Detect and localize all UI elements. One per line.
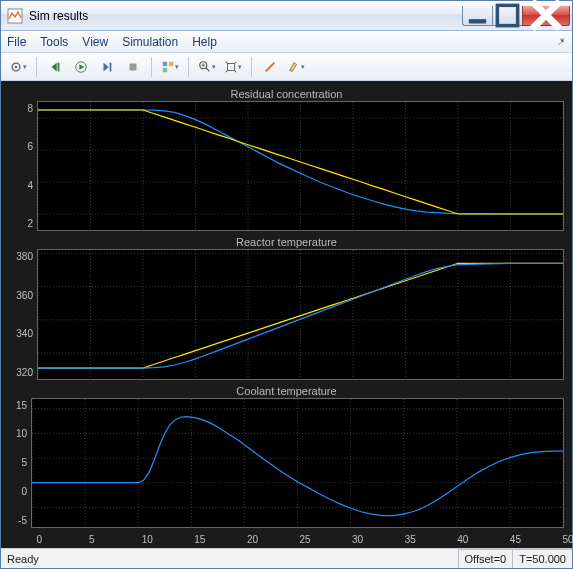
- svg-rect-8: [130, 63, 137, 70]
- status-offset: Offset=0: [458, 549, 513, 568]
- chart-coolant: Coolant temperature 151050-5: [9, 384, 564, 528]
- plot-box[interactable]: [37, 249, 564, 379]
- window-controls: [462, 6, 570, 26]
- menu-simulation[interactable]: Simulation: [122, 35, 178, 49]
- svg-rect-5: [58, 62, 60, 71]
- x-axis: 05101520253035404550: [9, 532, 564, 546]
- plot-area: Residual concentration 8642 Reactor temp…: [1, 81, 572, 548]
- menubar: File Tools View Simulation Help ⭷: [1, 31, 572, 53]
- chart-residual: Residual concentration 8642: [9, 87, 564, 231]
- chart-reactor: Reactor temperature 380360340320: [9, 235, 564, 379]
- measure-button[interactable]: [259, 56, 281, 78]
- chart-title: Reactor temperature: [9, 235, 564, 249]
- status-time: T=50.000: [512, 549, 572, 568]
- autoscale-button[interactable]: ▾: [222, 56, 244, 78]
- chart-title: Residual concentration: [9, 87, 564, 101]
- toolbar: ▾ ▾ ▾ ▾ ▾: [1, 53, 572, 81]
- statusbar: Ready Offset=0 T=50.000: [1, 548, 572, 568]
- plot-box[interactable]: [37, 101, 564, 231]
- y-axis: 380360340320: [9, 249, 37, 379]
- svg-rect-2: [497, 5, 517, 25]
- svg-rect-16: [228, 63, 235, 70]
- svg-rect-9: [163, 61, 167, 65]
- menu-file[interactable]: File: [7, 35, 26, 49]
- signal-select-button[interactable]: ▾: [159, 56, 181, 78]
- minimize-button[interactable]: [462, 6, 492, 26]
- menu-help[interactable]: Help: [192, 35, 217, 49]
- chart-title: Coolant temperature: [9, 384, 564, 398]
- window: Sim results File Tools View Simulation H…: [0, 0, 573, 569]
- config-button[interactable]: ▾: [7, 56, 29, 78]
- status-ready: Ready: [1, 553, 458, 565]
- svg-rect-11: [163, 67, 167, 71]
- titlebar[interactable]: Sim results: [1, 1, 572, 31]
- maximize-button[interactable]: [492, 6, 522, 26]
- zoom-button[interactable]: ▾: [196, 56, 218, 78]
- plot-box[interactable]: [31, 398, 564, 528]
- step-forward-button[interactable]: [96, 56, 118, 78]
- highlight-button[interactable]: ▾: [285, 56, 307, 78]
- svg-rect-7: [110, 62, 112, 71]
- svg-point-4: [15, 65, 18, 68]
- window-title: Sim results: [29, 9, 462, 23]
- svg-rect-10: [169, 61, 173, 65]
- y-axis: 151050-5: [9, 398, 31, 528]
- menu-tools[interactable]: Tools: [40, 35, 68, 49]
- dock-icon[interactable]: ⭷: [556, 36, 566, 47]
- step-back-button[interactable]: [44, 56, 66, 78]
- app-icon: [7, 8, 23, 24]
- close-button[interactable]: [522, 6, 570, 26]
- stop-button[interactable]: [122, 56, 144, 78]
- run-button[interactable]: [70, 56, 92, 78]
- y-axis: 8642: [9, 101, 37, 231]
- menu-view[interactable]: View: [82, 35, 108, 49]
- svg-line-13: [206, 67, 210, 71]
